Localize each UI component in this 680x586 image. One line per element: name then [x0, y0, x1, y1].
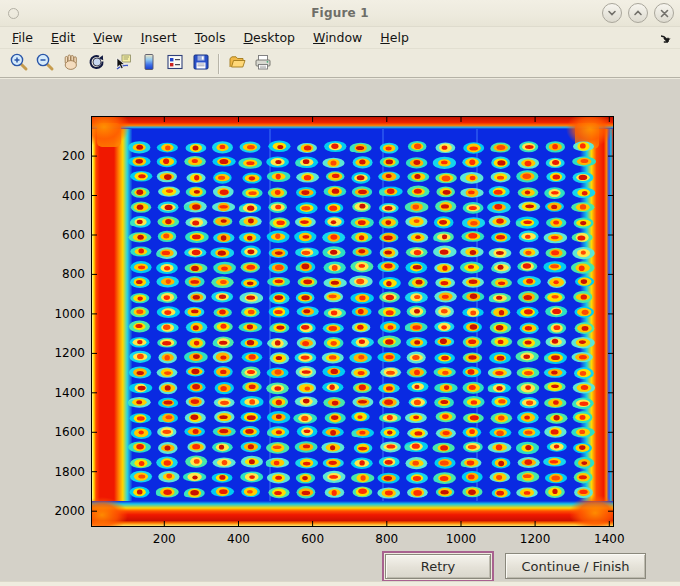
continue-finish-button[interactable]: Continue / Finish [505, 553, 646, 579]
print-figure-button[interactable] [250, 51, 276, 77]
figure-toolbar [0, 50, 680, 78]
title-bar[interactable]: Figure 1 [0, 0, 680, 27]
pan-button[interactable] [58, 51, 84, 77]
zoom-out-button[interactable] [32, 51, 58, 77]
open-folder-icon [227, 52, 247, 76]
y-tick-label: 2000 [37, 504, 85, 518]
save-figure-button[interactable] [188, 51, 214, 77]
menu-tools[interactable]: Tools [193, 29, 228, 46]
rotate-3d-icon [87, 52, 107, 76]
chevron-up-icon [633, 9, 643, 17]
close-icon [660, 9, 669, 18]
window-title: Figure 1 [0, 6, 680, 20]
x-tick-label: 1200 [511, 532, 559, 546]
open-file-button[interactable] [224, 51, 250, 77]
chevron-down-icon [607, 9, 617, 17]
x-tick-label: 200 [140, 532, 188, 546]
maximize-window-button[interactable] [628, 3, 648, 23]
x-tick-label: 400 [214, 532, 262, 546]
legend-icon [165, 52, 185, 76]
x-tick-label: 800 [363, 532, 411, 546]
menu-desktop[interactable]: Desktop [241, 29, 297, 46]
dock-figure-icon[interactable] [658, 31, 672, 45]
y-tick-label: 1200 [37, 346, 85, 360]
x-tick-label: 1000 [437, 532, 485, 546]
menu-help[interactable]: Help [378, 29, 411, 46]
data-cursor-button[interactable] [110, 51, 136, 77]
retry-button[interactable]: Retry [385, 554, 491, 579]
window-bottom-edge [0, 581, 680, 586]
y-tick-label: 1000 [37, 307, 85, 321]
menu-view[interactable]: View [91, 29, 125, 46]
figure-canvas: Retry Continue / Finish 2004006008001000… [0, 79, 680, 581]
y-tick-label: 200 [37, 149, 85, 163]
x-tick-label: 600 [289, 532, 337, 546]
zoom-out-icon [35, 52, 55, 76]
y-tick-label: 1600 [37, 425, 85, 439]
shade-window-button[interactable] [602, 3, 622, 23]
figure-window: Figure 1 File Edit View Insert Tools Des… [0, 0, 680, 586]
insert-legend-button[interactable] [162, 51, 188, 77]
zoom-in-icon [9, 52, 29, 76]
y-tick-label: 1800 [37, 465, 85, 479]
toolbar-separator [218, 54, 220, 74]
x-tick-label: 1400 [585, 532, 633, 546]
y-tick-label: 1400 [37, 386, 85, 400]
menu-insert[interactable]: Insert [139, 29, 179, 46]
data-cursor-icon [113, 52, 133, 76]
y-tick-label: 800 [37, 267, 85, 281]
colorbar-icon [139, 52, 159, 76]
y-tick-label: 400 [37, 189, 85, 203]
hand-icon [61, 52, 81, 76]
retry-focus-ring: Retry [382, 551, 494, 582]
microarray-image[interactable] [92, 117, 613, 526]
menu-edit[interactable]: Edit [49, 29, 77, 46]
zoom-in-button[interactable] [6, 51, 32, 77]
printer-icon [253, 52, 273, 76]
close-window-button[interactable] [654, 3, 674, 23]
insert-colorbar-button[interactable] [136, 51, 162, 77]
rotate-3d-button[interactable] [84, 51, 110, 77]
y-tick-label: 600 [37, 228, 85, 242]
menu-window[interactable]: Window [311, 29, 364, 46]
menu-bar: File Edit View Insert Tools Desktop Wind… [0, 27, 680, 49]
save-icon [191, 52, 211, 76]
menu-file[interactable]: File [10, 29, 35, 46]
plot-axes [91, 116, 614, 527]
window-controls [602, 3, 674, 23]
